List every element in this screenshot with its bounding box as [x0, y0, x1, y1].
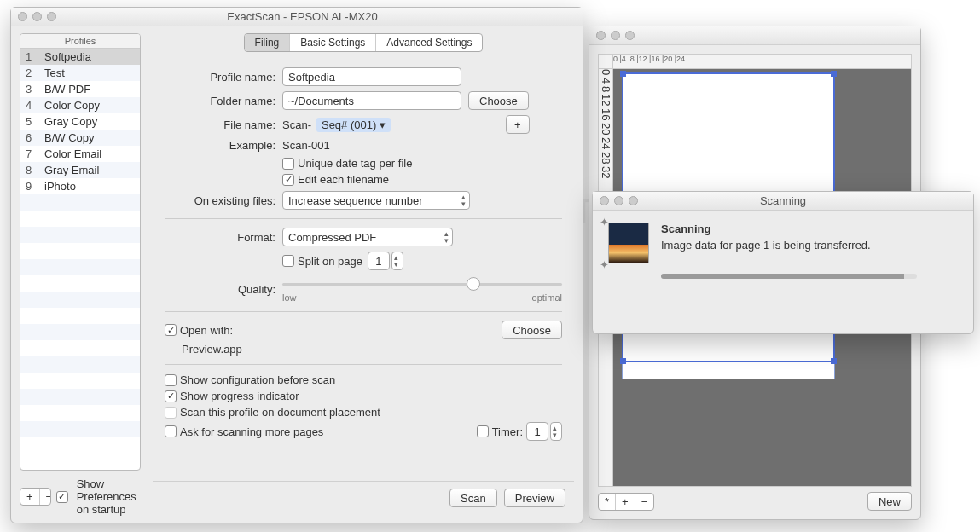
timer-stepper[interactable]: ▴▾	[550, 422, 562, 441]
unique-date-checkbox[interactable]	[282, 158, 294, 170]
add-profile-button[interactable]: +	[20, 489, 40, 505]
show-progress-label: Show progress indicator	[180, 390, 299, 402]
minus-button[interactable]: −	[635, 494, 654, 510]
zoom-icon[interactable]	[625, 31, 635, 40]
timer-checkbox[interactable]	[477, 425, 489, 437]
example-value: Scan-001	[282, 139, 330, 152]
scan-thumbnail	[608, 223, 649, 263]
profile-row[interactable]: 8Gray Email	[20, 162, 140, 178]
profile-name-input[interactable]	[282, 67, 461, 86]
open-with-label: Open with:	[180, 324, 233, 337]
example-label: Example:	[165, 139, 275, 152]
split-page-label: Split on page	[298, 255, 362, 268]
remove-profile-button[interactable]: −	[40, 489, 51, 505]
folder-name-label: Folder name:	[165, 95, 275, 107]
format-label: Format:	[165, 231, 275, 244]
ask-more-checkbox[interactable]	[165, 425, 177, 437]
dialog-message: Image data for page 1 is being transferr…	[661, 239, 917, 252]
dialog-heading: Scanning	[661, 223, 917, 235]
split-page-checkbox[interactable]	[282, 255, 294, 267]
scan-placement-checkbox	[165, 407, 177, 419]
scanning-dialog: Scanning ✦ ✦ Scanning Image data for pag…	[592, 191, 974, 334]
close-icon[interactable]	[600, 196, 609, 205]
show-config-checkbox[interactable]	[165, 374, 177, 386]
ruler-corner	[598, 54, 613, 69]
choose-folder-button[interactable]: Choose	[468, 91, 529, 110]
window-title: ExactScan - EPSON AL-MX20	[63, 10, 542, 23]
open-with-app: Preview.app	[182, 343, 242, 356]
edit-filename-checkbox[interactable]	[282, 174, 294, 186]
timer-label: Timer:	[492, 425, 523, 438]
folder-name-input[interactable]	[282, 91, 461, 110]
preview-button[interactable]: Preview	[504, 489, 565, 507]
scan-button[interactable]: Scan	[449, 489, 497, 507]
close-icon[interactable]	[596, 31, 606, 40]
new-button[interactable]: New	[867, 492, 912, 511]
preview-titlebar	[589, 26, 920, 45]
format-select[interactable]: Compressed PDF▴▾	[282, 228, 453, 246]
main-titlebar: ExactScan - EPSON AL-MX20	[11, 8, 583, 26]
open-with-checkbox[interactable]	[165, 324, 177, 336]
close-icon[interactable]	[18, 12, 27, 21]
existing-select[interactable]: Increase sequence number▴▾	[282, 191, 470, 210]
file-name-input[interactable]: Scan- Seq# (001) ▾	[282, 118, 499, 132]
profile-row[interactable]: 9iPhoto	[20, 178, 140, 194]
progress-bar	[661, 274, 917, 279]
show-prefs-checkbox[interactable]	[56, 491, 68, 503]
file-name-label: File name:	[165, 119, 275, 131]
profile-name-label: Profile name:	[165, 71, 275, 84]
profile-row[interactable]: 6B/W Copy	[20, 130, 140, 146]
timer-value[interactable]	[526, 422, 548, 441]
dialog-title: Scanning	[600, 194, 966, 207]
profile-row[interactable]: 2Test	[20, 65, 140, 81]
profile-row[interactable]: 1Softpedia	[20, 49, 140, 65]
show-config-label: Show configuration before scan	[180, 373, 335, 386]
tab-basic[interactable]: Basic Settings	[290, 34, 376, 51]
seq-token[interactable]: Seq# (001) ▾	[316, 118, 391, 132]
plus-button[interactable]: +	[616, 494, 635, 510]
scan-placement-label: Scan this profile on document placement	[180, 406, 380, 419]
add-token-button[interactable]: +	[506, 115, 530, 134]
profile-row[interactable]: 5Gray Copy	[20, 113, 140, 130]
show-prefs-label: Show Preferences on startup	[77, 477, 141, 516]
profile-row[interactable]: 4Color Copy	[20, 97, 140, 113]
quality-slider[interactable]	[282, 275, 562, 292]
quality-optimal: optimal	[532, 292, 562, 303]
quality-label: Quality:	[165, 283, 275, 296]
ruler-horizontal: 0 |4 |8 |12 |16 |20 |24	[613, 54, 912, 69]
minimize-icon	[614, 196, 623, 205]
minimize-icon[interactable]	[611, 31, 620, 40]
ask-more-label: Ask for scanning more pages	[180, 425, 323, 438]
settings-tabs[interactable]: Filing Basic Settings Advanced Settings	[244, 33, 484, 52]
edit-filename-label: Edit each filename	[298, 173, 389, 186]
zoom-icon[interactable]	[47, 12, 56, 21]
tab-filing[interactable]: Filing	[245, 34, 291, 51]
choose-app-button[interactable]: Choose	[502, 321, 562, 339]
profiles-list[interactable]: Profiles 1Softpedia2Test3B/W PDF4Color C…	[20, 33, 141, 471]
show-progress-checkbox[interactable]	[165, 390, 177, 402]
split-stepper[interactable]: ▴▾	[391, 252, 403, 270]
existing-label: On existing files:	[165, 194, 275, 207]
main-window: ExactScan - EPSON AL-MX20 Profiles 1Soft…	[10, 7, 583, 523]
quality-low: low	[282, 292, 297, 303]
profile-row[interactable]: 7Color Email	[20, 146, 140, 162]
star-button[interactable]: *	[599, 494, 616, 510]
split-page-value[interactable]	[368, 252, 390, 270]
minimize-icon[interactable]	[32, 12, 42, 21]
profiles-header: Profiles	[20, 34, 140, 49]
tab-advanced[interactable]: Advanced Settings	[376, 34, 482, 51]
zoom-icon	[629, 196, 638, 205]
profile-row[interactable]: 3B/W PDF	[20, 81, 140, 97]
preview-seg[interactable]: * + −	[598, 493, 654, 511]
unique-date-label: Unique date tag per file	[298, 157, 412, 170]
